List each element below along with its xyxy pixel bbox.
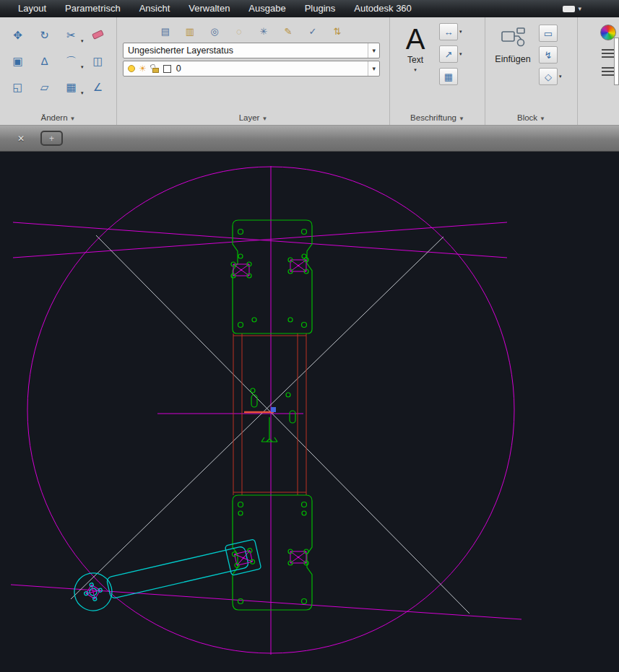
dimension-icon: ↔ [444, 27, 454, 37]
attributes-row: ◇ ▾ [539, 68, 562, 85]
text-icon: A [406, 24, 425, 54]
erase-button[interactable] [86, 24, 111, 45]
tab-ansicht[interactable]: Ansicht [130, 0, 180, 17]
ucs-icon [244, 407, 276, 412]
stretch-icon: ◱ [12, 82, 22, 92]
rotate-icon: ↻ [40, 30, 49, 40]
dimension-button[interactable]: ↔ [439, 23, 458, 40]
text-button[interactable]: A Text ▾ [394, 22, 436, 110]
table-button[interactable]: ▦ [439, 68, 458, 85]
chevron-down-icon[interactable]: ▾ [459, 29, 462, 35]
move-icon: ✥ [13, 30, 22, 40]
chevron-down-icon[interactable]: ▾ [81, 64, 84, 70]
layer-state-dropdown[interactable]: Ungesicherter Layerstatus ▾ [123, 43, 380, 58]
layer-select-dropdown[interactable]: ☀ 0 ▾ [123, 61, 380, 77]
text-button-label: Text ▾ [407, 56, 423, 74]
leader-button[interactable]: ↗ [439, 45, 458, 63]
chevron-down-icon[interactable]: ▾ [368, 43, 379, 58]
array-button[interactable]: ▦▾ [59, 76, 84, 97]
close-drawing-button[interactable]: ✕ [17, 134, 25, 144]
layer-match-icon: ✎ [285, 27, 293, 36]
leader-row: ↗ ▾ [439, 45, 462, 63]
chamfer-icon: ∠ [93, 82, 103, 92]
fillet-button[interactable]: ⌒▾ [59, 50, 84, 71]
chassis-bottom-plate[interactable] [233, 495, 312, 610]
layer-unlock-icon[interactable] [150, 64, 160, 74]
panel-layer: ▤ ▥ ◎ ◌ ✳ ✎ ✓ ⇅ Ungesicherter Layerstatu… [117, 17, 390, 125]
fillet-icon: ⌒ [66, 56, 77, 66]
layer-freeze-icon: ✳ [260, 27, 268, 36]
panel-expand-icon: ▼ [459, 115, 464, 122]
layer-state-button[interactable]: ▥ [179, 22, 201, 40]
layer-unisolate-button[interactable]: ◌ [228, 22, 250, 40]
plus-icon: + [49, 134, 54, 143]
layer-current-button[interactable]: ✓ [302, 22, 324, 40]
insert-button[interactable]: Einfügen [490, 23, 536, 110]
layer-state-value: Ungesicherter Layerstatus [128, 45, 233, 56]
current-layer-name: 0 [176, 64, 181, 74]
insert-icon [500, 27, 526, 48]
block-editor-row: ↯ [539, 46, 562, 64]
stretch-button[interactable]: ◱ [6, 76, 30, 97]
tab-autodesk-360[interactable]: Autodesk 360 [345, 0, 421, 17]
chevron-down-icon: ▾ [414, 65, 417, 74]
layer-unisolate-icon: ◌ [236, 27, 242, 36]
layer-match-button[interactable]: ✎ [277, 22, 299, 40]
box-3d-button[interactable]: ◫ [86, 50, 111, 71]
chevron-down-icon[interactable]: ▾ [559, 74, 562, 79]
copy-button[interactable]: ▣ [6, 50, 30, 71]
panel-label-modify-text: Ändern [40, 113, 67, 122]
chevron-down-icon[interactable]: ▾ [81, 38, 84, 44]
layer-color-swatch[interactable] [163, 65, 171, 73]
dimension-row: ↔ ▾ [439, 23, 462, 40]
tab-ausgabe[interactable]: Ausgabe [239, 0, 295, 17]
file-tab-strip: ✕ + [0, 126, 619, 152]
construction-lines[interactable] [11, 166, 521, 655]
model-space-canvas[interactable] [0, 152, 619, 672]
cad-drawing[interactable] [0, 152, 619, 672]
mirror-icon: ∆ [41, 56, 48, 66]
properties-dropdown-partial[interactable] [614, 38, 619, 85]
panel-expand-icon: ▼ [261, 115, 267, 122]
chamfer-button[interactable]: ∠ [86, 76, 111, 97]
layer-isolate-button[interactable]: ◎ [204, 22, 225, 40]
chevron-down-icon[interactable]: ▾ [81, 90, 84, 96]
ribbon: ✥ ↻ ✂▾ ▣ ∆ ⌒▾ ◫ ◱ ▱ ▦▾ ∠ Ändern▼ ▤ ▥ ◎ ◌… [0, 17, 619, 126]
camera-icon [563, 6, 575, 12]
tab-layout[interactable]: Layout [9, 0, 56, 17]
block-editor-icon: ↯ [545, 51, 553, 60]
block-editor-button[interactable]: ↯ [539, 46, 558, 64]
swing-arm[interactable] [71, 536, 262, 614]
panel-label-layer-text: Layer [239, 113, 260, 122]
chevron-down-icon[interactable]: ▾ [368, 61, 379, 76]
panel-label-block[interactable]: Block▼ [485, 111, 577, 124]
chevron-down-icon[interactable]: ▾ [459, 51, 462, 57]
panel-label-layer[interactable]: Layer▼ [117, 111, 389, 124]
layer-thaw-icon[interactable]: ☀ [139, 64, 147, 73]
create-block-button[interactable]: ▭ [539, 25, 558, 42]
panel-label-annotation[interactable]: Beschriftung▼ [390, 111, 485, 124]
diagonal-cross-lines[interactable] [71, 235, 469, 614]
scale-button[interactable]: ▱ [33, 76, 57, 97]
define-attributes-button[interactable]: ◇ [539, 68, 558, 85]
copy-icon: ▣ [12, 56, 22, 66]
tab-parametrisch[interactable]: Parametrisch [56, 0, 130, 17]
layer-properties-button[interactable]: ▤ [155, 22, 176, 40]
lock-body [152, 68, 159, 73]
panel-block: Einfügen ▭ ↯ ◇ ▾ Block▼ [485, 17, 578, 125]
new-tab-button[interactable]: + [40, 131, 63, 146]
layer-on-icon[interactable] [128, 65, 135, 72]
trim-button[interactable]: ✂▾ [59, 24, 84, 45]
move-button[interactable]: ✥ [6, 24, 30, 45]
modify-button-grid: ✥ ↻ ✂▾ ▣ ∆ ⌒▾ ◫ ◱ ▱ ▦▾ ∠ [4, 22, 112, 100]
mirror-button[interactable]: ∆ [33, 50, 57, 71]
menubar-overflow[interactable]: ▾ [563, 5, 581, 12]
tab-verwalten[interactable]: Verwalten [179, 0, 239, 17]
panel-expand-icon: ▼ [540, 115, 545, 122]
tab-plugins[interactable]: Plugins [295, 0, 345, 17]
layer-freeze-button[interactable]: ✳ [253, 22, 274, 40]
panel-label-modify[interactable]: Ändern▼ [0, 111, 116, 124]
layer-change-button[interactable]: ⇅ [326, 22, 348, 40]
rotate-button[interactable]: ↻ [33, 24, 57, 45]
ribbon-tab-bar: Layout Parametrisch Ansicht Verwalten Au… [0, 0, 619, 17]
